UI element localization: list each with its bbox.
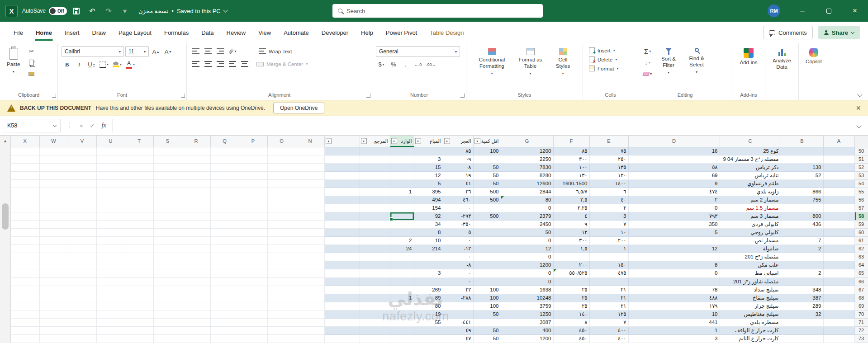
cell[interactable] xyxy=(473,253,501,261)
cell[interactable] xyxy=(239,326,267,334)
column-header-R[interactable]: R xyxy=(182,136,210,147)
copilot-button[interactable]: Copilot xyxy=(802,46,825,67)
cell[interactable] xyxy=(210,212,239,221)
cell[interactable] xyxy=(324,237,360,245)
cell[interactable] xyxy=(68,212,96,221)
cell[interactable] xyxy=(823,310,854,318)
column-header-Q[interactable]: Q xyxy=(210,136,239,147)
cell[interactable] xyxy=(390,163,414,171)
cell[interactable] xyxy=(68,334,96,343)
cell[interactable] xyxy=(239,237,267,245)
cell[interactable]: ٤١ xyxy=(443,179,473,188)
cell[interactable] xyxy=(39,147,68,155)
cell[interactable] xyxy=(390,269,414,277)
cell[interactable] xyxy=(11,286,39,294)
cell[interactable]: -١٢ xyxy=(443,245,473,253)
number-format-combo[interactable]: General▾ xyxy=(376,46,460,57)
bold-button[interactable]: B xyxy=(62,59,72,70)
cell[interactable] xyxy=(360,277,390,286)
cell[interactable]: 50 xyxy=(473,326,501,334)
cell[interactable] xyxy=(182,221,210,229)
cell[interactable]: 350 xyxy=(628,221,720,229)
cell[interactable]: صامولة xyxy=(720,245,781,253)
cell[interactable] xyxy=(11,221,39,229)
row-header-67[interactable]: 67 xyxy=(854,286,868,294)
cell[interactable] xyxy=(96,286,125,294)
table-header-blank[interactable]: ▾ xyxy=(324,136,360,147)
cell[interactable] xyxy=(267,221,296,229)
cell[interactable] xyxy=(153,204,182,212)
cell[interactable] xyxy=(210,204,239,212)
cell[interactable]: 1250 xyxy=(501,310,553,318)
cell[interactable] xyxy=(823,277,854,286)
cell[interactable] xyxy=(125,277,153,286)
cell[interactable] xyxy=(68,286,96,294)
close-message-icon[interactable]: × xyxy=(856,103,861,113)
cell[interactable]: 0 xyxy=(501,277,553,286)
cell[interactable] xyxy=(153,253,182,261)
cell[interactable] xyxy=(39,261,68,269)
cell[interactable]: 8280 xyxy=(501,171,553,179)
cell[interactable]: ٠ xyxy=(443,277,473,286)
cell[interactable] xyxy=(296,147,324,155)
cell[interactable]: 400 xyxy=(501,326,553,334)
align-right-button[interactable] xyxy=(215,59,226,69)
cell[interactable]: 50 xyxy=(473,310,501,318)
cell[interactable] xyxy=(96,294,125,302)
cell[interactable] xyxy=(11,294,39,302)
cell[interactable] xyxy=(589,253,628,261)
cell[interactable] xyxy=(296,245,324,253)
cell[interactable] xyxy=(443,302,473,310)
cell[interactable] xyxy=(39,294,68,302)
cell[interactable] xyxy=(182,261,210,269)
cell[interactable]: 2 xyxy=(781,245,823,253)
cell[interactable] xyxy=(823,237,854,245)
cell[interactable] xyxy=(153,269,182,277)
cell[interactable] xyxy=(239,204,267,212)
cell[interactable] xyxy=(125,294,153,302)
cell[interactable]: 50 xyxy=(501,229,553,237)
decrease-decimal-button[interactable]: .00→ xyxy=(425,59,437,70)
cell[interactable]: -٢٨٨ xyxy=(443,294,473,302)
cell[interactable] xyxy=(11,229,39,237)
cell[interactable]: 50 xyxy=(473,163,501,171)
cell[interactable] xyxy=(360,163,390,171)
cell[interactable]: 500 xyxy=(473,188,501,196)
cell[interactable] xyxy=(39,229,68,237)
cell[interactable]: -٨ xyxy=(443,261,473,269)
insert-function-icon[interactable]: fx xyxy=(102,122,106,129)
cell[interactable]: 100 xyxy=(473,302,501,310)
cell[interactable] xyxy=(96,196,125,204)
cell[interactable] xyxy=(823,171,854,179)
cell[interactable]: 0 xyxy=(501,269,553,277)
align-center-button[interactable] xyxy=(203,59,213,69)
row-header-52[interactable]: 52 xyxy=(854,163,868,171)
search-input[interactable]: Search xyxy=(332,4,543,18)
underline-button[interactable]: U▾ xyxy=(86,59,97,70)
cell[interactable]: 3 xyxy=(414,155,443,163)
cell[interactable] xyxy=(11,155,39,163)
cell[interactable] xyxy=(125,196,153,204)
cell[interactable] xyxy=(324,147,360,155)
cell[interactable] xyxy=(153,163,182,171)
cell[interactable] xyxy=(11,302,39,310)
cell[interactable] xyxy=(324,277,360,286)
cell[interactable]: ٠ xyxy=(443,253,473,261)
row-header-61[interactable]: 61 xyxy=(854,237,868,245)
filter-dropdown-icon[interactable]: ▾ xyxy=(326,138,332,144)
cell[interactable]: ٧ xyxy=(589,221,628,229)
orientation-button[interactable]: ab▾ xyxy=(227,46,238,56)
cell[interactable] xyxy=(125,163,153,171)
cell[interactable]: 0 xyxy=(501,204,553,212)
cell[interactable]: 755 xyxy=(781,196,823,204)
cell[interactable] xyxy=(125,286,153,294)
column-header-T[interactable]: T xyxy=(125,136,153,147)
cell[interactable] xyxy=(96,253,125,261)
cell[interactable]: -٣٥٠ xyxy=(443,221,473,229)
row-header-58[interactable]: 58 xyxy=(854,212,868,221)
cell[interactable] xyxy=(267,269,296,277)
cell[interactable] xyxy=(390,326,414,334)
cell[interactable] xyxy=(39,286,68,294)
cell[interactable] xyxy=(210,326,239,334)
save-button[interactable] xyxy=(69,4,83,18)
